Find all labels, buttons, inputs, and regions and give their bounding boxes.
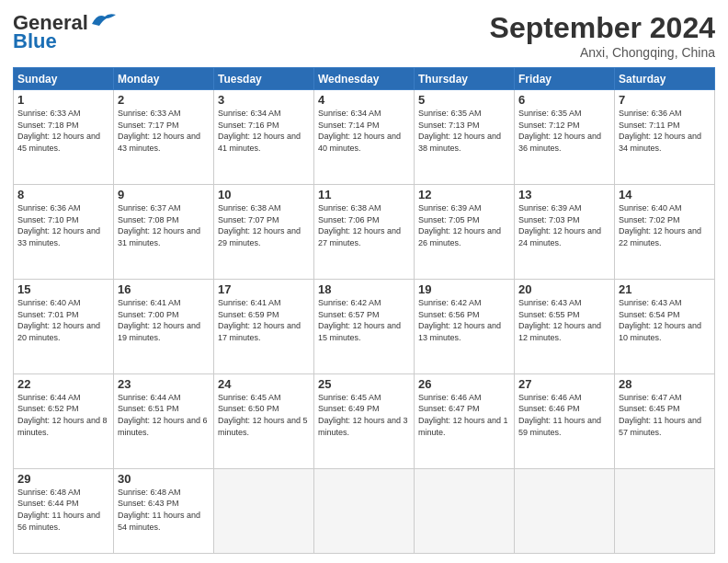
table-row xyxy=(415,468,515,553)
day-number: 12 xyxy=(418,188,510,201)
day-info: Sunrise: 6:35 AMSunset: 7:12 PMDaylight:… xyxy=(518,108,610,154)
day-number: 29 xyxy=(17,472,109,486)
day-number: 19 xyxy=(418,282,510,296)
day-info: Sunrise: 6:34 AMSunset: 7:14 PMDaylight:… xyxy=(318,108,410,154)
day-number: 2 xyxy=(118,93,210,107)
day-number: 1 xyxy=(17,93,109,107)
logo-blue: Blue xyxy=(13,29,57,53)
table-row: 17 Sunrise: 6:41 AMSunset: 6:59 PMDaylig… xyxy=(214,279,314,373)
table-row: 13 Sunrise: 6:39 AMSunset: 7:03 PMDaylig… xyxy=(515,184,615,279)
table-row: 12 Sunrise: 6:39 AMSunset: 7:05 PMDaylig… xyxy=(415,184,515,279)
day-number: 21 xyxy=(619,282,711,296)
day-info: Sunrise: 6:39 AMSunset: 7:03 PMDaylight:… xyxy=(518,202,610,248)
day-info: Sunrise: 6:33 AMSunset: 7:18 PMDaylight:… xyxy=(17,108,109,154)
day-info: Sunrise: 6:37 AMSunset: 7:08 PMDaylight:… xyxy=(118,202,210,248)
day-number: 14 xyxy=(619,188,711,201)
day-info: Sunrise: 6:35 AMSunset: 7:13 PMDaylight:… xyxy=(418,108,510,154)
day-info: Sunrise: 6:42 AMSunset: 6:57 PMDaylight:… xyxy=(318,297,410,343)
table-row: 18 Sunrise: 6:42 AMSunset: 6:57 PMDaylig… xyxy=(314,279,415,373)
day-info: Sunrise: 6:39 AMSunset: 7:05 PMDaylight:… xyxy=(418,202,510,248)
day-info: Sunrise: 6:33 AMSunset: 7:17 PMDaylight:… xyxy=(118,108,210,154)
day-number: 5 xyxy=(418,93,510,107)
logo: General Blue xyxy=(13,11,116,53)
table-row: 27 Sunrise: 6:46 AMSunset: 6:46 PMDaylig… xyxy=(515,373,615,468)
table-row: 11 Sunrise: 6:38 AMSunset: 7:06 PMDaylig… xyxy=(314,184,415,279)
header: General Blue September 2024 Anxi, Chongq… xyxy=(13,11,715,60)
col-monday: Monday xyxy=(114,68,214,90)
col-sunday: Sunday xyxy=(14,68,114,90)
day-number: 10 xyxy=(218,188,310,201)
day-number: 30 xyxy=(118,472,210,486)
day-number: 15 xyxy=(17,282,109,296)
table-row: 30 Sunrise: 6:48 AMSunset: 6:43 PMDaylig… xyxy=(114,468,214,553)
table-row: 1 Sunrise: 6:33 AMSunset: 7:18 PMDayligh… xyxy=(14,90,114,185)
table-row: 24 Sunrise: 6:45 AMSunset: 6:50 PMDaylig… xyxy=(214,373,314,468)
day-number: 20 xyxy=(518,282,610,296)
table-row: 19 Sunrise: 6:42 AMSunset: 6:56 PMDaylig… xyxy=(415,279,515,373)
day-info: Sunrise: 6:47 AMSunset: 6:45 PMDaylight:… xyxy=(619,392,711,438)
day-number: 24 xyxy=(218,377,310,391)
table-row: 29 Sunrise: 6:48 AMSunset: 6:44 PMDaylig… xyxy=(14,468,114,553)
day-number: 18 xyxy=(318,282,410,296)
day-info: Sunrise: 6:46 AMSunset: 6:47 PMDaylight:… xyxy=(418,392,510,438)
day-info: Sunrise: 6:41 AMSunset: 7:00 PMDaylight:… xyxy=(118,297,210,343)
day-number: 28 xyxy=(619,377,711,391)
table-row: 20 Sunrise: 6:43 AMSunset: 6:55 PMDaylig… xyxy=(515,279,615,373)
table-row: 26 Sunrise: 6:46 AMSunset: 6:47 PMDaylig… xyxy=(415,373,515,468)
day-info: Sunrise: 6:36 AMSunset: 7:11 PMDaylight:… xyxy=(619,108,711,154)
calendar-header-row: Sunday Monday Tuesday Wednesday Thursday… xyxy=(14,68,715,90)
day-number: 17 xyxy=(218,282,310,296)
table-row: 21 Sunrise: 6:43 AMSunset: 6:54 PMDaylig… xyxy=(615,279,715,373)
day-info: Sunrise: 6:43 AMSunset: 6:55 PMDaylight:… xyxy=(518,297,610,343)
table-row: 25 Sunrise: 6:45 AMSunset: 6:49 PMDaylig… xyxy=(314,373,415,468)
day-number: 23 xyxy=(118,377,210,391)
day-info: Sunrise: 6:44 AMSunset: 6:52 PMDaylight:… xyxy=(17,392,109,438)
col-tuesday: Tuesday xyxy=(214,68,314,90)
table-row: 10 Sunrise: 6:38 AMSunset: 7:07 PMDaylig… xyxy=(214,184,314,279)
day-number: 27 xyxy=(518,377,610,391)
table-row: 8 Sunrise: 6:36 AMSunset: 7:10 PMDayligh… xyxy=(14,184,114,279)
day-info: Sunrise: 6:38 AMSunset: 7:07 PMDaylight:… xyxy=(218,202,310,248)
title-area: September 2024 Anxi, Chongqing, China xyxy=(490,11,715,60)
logo-bird-icon xyxy=(90,11,116,28)
day-number: 7 xyxy=(619,93,711,107)
day-info: Sunrise: 6:34 AMSunset: 7:16 PMDaylight:… xyxy=(218,108,310,154)
table-row xyxy=(314,468,415,553)
day-info: Sunrise: 6:41 AMSunset: 6:59 PMDaylight:… xyxy=(218,297,310,343)
day-info: Sunrise: 6:42 AMSunset: 6:56 PMDaylight:… xyxy=(418,297,510,343)
day-info: Sunrise: 6:48 AMSunset: 6:43 PMDaylight:… xyxy=(118,487,210,533)
table-row: 9 Sunrise: 6:37 AMSunset: 7:08 PMDayligh… xyxy=(114,184,214,279)
table-row: 6 Sunrise: 6:35 AMSunset: 7:12 PMDayligh… xyxy=(515,90,615,185)
table-row: 22 Sunrise: 6:44 AMSunset: 6:52 PMDaylig… xyxy=(14,373,114,468)
day-info: Sunrise: 6:45 AMSunset: 6:49 PMDaylight:… xyxy=(318,392,410,438)
table-row: 2 Sunrise: 6:33 AMSunset: 7:17 PMDayligh… xyxy=(114,90,214,185)
col-saturday: Saturday xyxy=(615,68,715,90)
table-row: 5 Sunrise: 6:35 AMSunset: 7:13 PMDayligh… xyxy=(415,90,515,185)
table-row: 15 Sunrise: 6:40 AMSunset: 7:01 PMDaylig… xyxy=(14,279,114,373)
day-info: Sunrise: 6:36 AMSunset: 7:10 PMDaylight:… xyxy=(17,202,109,248)
day-number: 9 xyxy=(118,188,210,201)
day-info: Sunrise: 6:48 AMSunset: 6:44 PMDaylight:… xyxy=(17,487,109,533)
day-info: Sunrise: 6:46 AMSunset: 6:46 PMDaylight:… xyxy=(518,392,610,438)
day-number: 26 xyxy=(418,377,510,391)
table-row: 16 Sunrise: 6:41 AMSunset: 7:00 PMDaylig… xyxy=(114,279,214,373)
table-row xyxy=(615,468,715,553)
location: Anxi, Chongqing, China xyxy=(490,45,715,60)
table-row: 23 Sunrise: 6:44 AMSunset: 6:51 PMDaylig… xyxy=(114,373,214,468)
table-row: 28 Sunrise: 6:47 AMSunset: 6:45 PMDaylig… xyxy=(615,373,715,468)
day-number: 6 xyxy=(518,93,610,107)
month-title: September 2024 xyxy=(490,11,715,45)
table-row: 14 Sunrise: 6:40 AMSunset: 7:02 PMDaylig… xyxy=(615,184,715,279)
table-row: 3 Sunrise: 6:34 AMSunset: 7:16 PMDayligh… xyxy=(214,90,314,185)
day-number: 22 xyxy=(17,377,109,391)
col-friday: Friday xyxy=(515,68,615,90)
day-number: 4 xyxy=(318,93,410,107)
day-number: 3 xyxy=(218,93,310,107)
page: General Blue September 2024 Anxi, Chongq… xyxy=(0,0,728,563)
day-number: 16 xyxy=(118,282,210,296)
table-row xyxy=(515,468,615,553)
day-number: 25 xyxy=(318,377,410,391)
day-info: Sunrise: 6:43 AMSunset: 6:54 PMDaylight:… xyxy=(619,297,711,343)
table-row: 7 Sunrise: 6:36 AMSunset: 7:11 PMDayligh… xyxy=(615,90,715,185)
day-info: Sunrise: 6:44 AMSunset: 6:51 PMDaylight:… xyxy=(118,392,210,438)
